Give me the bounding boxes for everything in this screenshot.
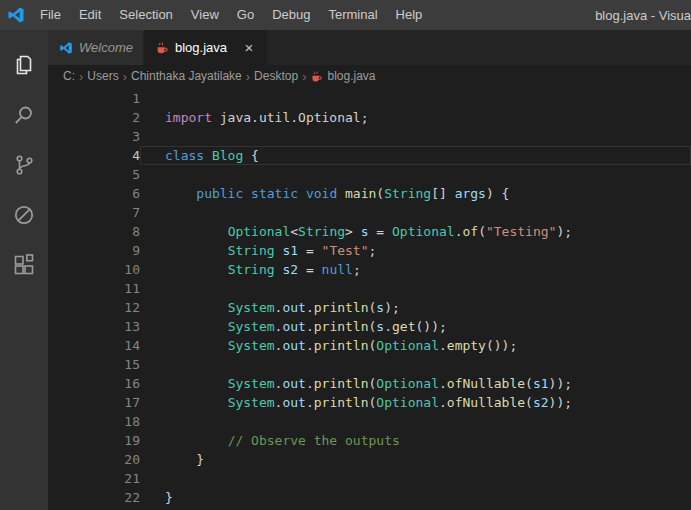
breadcrumb-separator: › bbox=[242, 69, 254, 84]
code-line-9[interactable]: 9 String s1 = "Test"; bbox=[48, 241, 691, 260]
breadcrumb-item-users[interactable]: Users bbox=[87, 69, 118, 83]
line-number: 22 bbox=[48, 488, 140, 507]
menu-edit[interactable]: Edit bbox=[70, 0, 110, 30]
code-content: // Observe the outputs bbox=[140, 431, 691, 450]
activity-search[interactable] bbox=[0, 90, 48, 140]
code-line-15[interactable]: 15 bbox=[48, 355, 691, 374]
menu-debug[interactable]: Debug bbox=[263, 0, 319, 30]
code-content: import java.util.Optional; bbox=[140, 108, 691, 127]
code-line-18[interactable]: 18 bbox=[48, 412, 691, 431]
menu-file[interactable]: File bbox=[31, 0, 70, 30]
code-line-1[interactable]: 1 bbox=[48, 89, 691, 108]
vscode-logo-icon bbox=[7, 6, 25, 24]
breadcrumb-label: C: bbox=[63, 69, 75, 83]
code-editor[interactable]: 12import java.util.Optional;34class Blog… bbox=[48, 87, 691, 510]
code-content: System.out.println(s); bbox=[140, 298, 691, 317]
line-number: 13 bbox=[48, 317, 140, 336]
close-icon[interactable]: × bbox=[241, 40, 257, 55]
vscode-logo-icon bbox=[59, 41, 73, 55]
breadcrumb-item-desktop[interactable]: Desktop bbox=[254, 69, 298, 83]
breadcrumb-separator: › bbox=[298, 69, 310, 84]
code-content: String s2 = null; bbox=[140, 260, 691, 279]
code-content bbox=[140, 412, 691, 431]
code-line-4[interactable]: 4class Blog { bbox=[48, 146, 691, 165]
activity-explorer[interactable] bbox=[0, 40, 48, 90]
tab-welcome[interactable]: Welcome bbox=[48, 30, 144, 65]
extensions-icon bbox=[12, 253, 36, 277]
code-line-8[interactable]: 8 Optional<String> s = Optional.of("Test… bbox=[48, 222, 691, 241]
breadcrumb-separator: › bbox=[75, 69, 87, 84]
breadcrumb-label: Chinthaka Jayatilake bbox=[131, 69, 242, 83]
menu-bar: FileEditSelectionViewGoDebugTerminalHelp bbox=[31, 0, 431, 30]
code-line-7[interactable]: 7 bbox=[48, 203, 691, 222]
code-content bbox=[140, 355, 691, 374]
editor-group: Welcomeblog.java× C:›Users›Chinthaka Jay… bbox=[48, 30, 691, 510]
code-line-20[interactable]: 20 } bbox=[48, 450, 691, 469]
code-content: } bbox=[140, 450, 691, 469]
java-file-icon bbox=[155, 41, 169, 55]
code-line-6[interactable]: 6 public static void main(String[] args)… bbox=[48, 184, 691, 203]
line-number: 9 bbox=[48, 241, 140, 260]
line-number: 10 bbox=[48, 260, 140, 279]
code-content bbox=[140, 127, 691, 146]
code-content: System.out.println(Optional.ofNullable(s… bbox=[140, 374, 691, 393]
line-number: 4 bbox=[48, 146, 140, 165]
source-control-icon bbox=[12, 153, 36, 177]
line-number: 14 bbox=[48, 336, 140, 355]
code-content bbox=[140, 203, 691, 222]
code-content: System.out.println(Optional.empty()); bbox=[140, 336, 691, 355]
tab-blog-java[interactable]: blog.java× bbox=[144, 30, 268, 65]
code-line-21[interactable]: 21 bbox=[48, 469, 691, 488]
line-number: 19 bbox=[48, 431, 140, 450]
line-number: 5 bbox=[48, 165, 140, 184]
code-content: } bbox=[140, 488, 691, 507]
menu-go[interactable]: Go bbox=[228, 0, 263, 30]
code-line-17[interactable]: 17 System.out.println(Optional.ofNullabl… bbox=[48, 393, 691, 412]
activity-source-control[interactable] bbox=[0, 140, 48, 190]
line-number: 7 bbox=[48, 203, 140, 222]
menu-terminal[interactable]: Terminal bbox=[319, 0, 386, 30]
breadcrumb-item-c[interactable]: C: bbox=[63, 69, 75, 83]
line-number: 12 bbox=[48, 298, 140, 317]
code-line-16[interactable]: 16 System.out.println(Optional.ofNullabl… bbox=[48, 374, 691, 393]
window-title: blog.java - Visua bbox=[595, 8, 691, 23]
line-number: 1 bbox=[48, 89, 140, 108]
java-file-icon bbox=[310, 70, 323, 83]
menu-selection[interactable]: Selection bbox=[110, 0, 181, 30]
code-line-3[interactable]: 3 bbox=[48, 127, 691, 146]
code-line-14[interactable]: 14 System.out.println(Optional.empty()); bbox=[48, 336, 691, 355]
code-content bbox=[140, 89, 691, 108]
code-line-2[interactable]: 2import java.util.Optional; bbox=[48, 108, 691, 127]
code-line-10[interactable]: 10 String s2 = null; bbox=[48, 260, 691, 279]
line-number: 11 bbox=[48, 279, 140, 298]
search-icon bbox=[12, 103, 36, 127]
code-line-19[interactable]: 19 // Observe the outputs bbox=[48, 431, 691, 450]
code-content: System.out.println(s.get()); bbox=[140, 317, 691, 336]
code-line-5[interactable]: 5 bbox=[48, 165, 691, 184]
code-line-22[interactable]: 22} bbox=[48, 488, 691, 507]
activity-debug[interactable] bbox=[0, 190, 48, 240]
line-number: 21 bbox=[48, 469, 140, 488]
activity-extensions[interactable] bbox=[0, 240, 48, 290]
workbench: Welcomeblog.java× C:›Users›Chinthaka Jay… bbox=[0, 30, 691, 510]
files-icon bbox=[12, 53, 36, 77]
breadcrumb-label: Desktop bbox=[254, 69, 298, 83]
code-content bbox=[140, 165, 691, 184]
title-bar: FileEditSelectionViewGoDebugTerminalHelp… bbox=[0, 0, 691, 30]
code-line-11[interactable]: 11 bbox=[48, 279, 691, 298]
menu-view[interactable]: View bbox=[182, 0, 228, 30]
code-line-12[interactable]: 12 System.out.println(s); bbox=[48, 298, 691, 317]
line-number: 18 bbox=[48, 412, 140, 431]
code-line-13[interactable]: 13 System.out.println(s.get()); bbox=[48, 317, 691, 336]
code-content: String s1 = "Test"; bbox=[140, 241, 691, 260]
tab-label: Welcome bbox=[79, 40, 133, 55]
menu-help[interactable]: Help bbox=[387, 0, 432, 30]
line-number: 2 bbox=[48, 108, 140, 127]
code-content bbox=[140, 279, 691, 298]
breadcrumb-item-blog-java[interactable]: blog.java bbox=[310, 69, 375, 83]
activity-bar bbox=[0, 30, 48, 510]
code-content: System.out.println(Optional.ofNullable(s… bbox=[140, 393, 691, 412]
breadcrumb-item-chinthaka-jayatilake[interactable]: Chinthaka Jayatilake bbox=[131, 69, 242, 83]
code-content: class Blog { bbox=[140, 146, 691, 165]
breadcrumb-label: Users bbox=[87, 69, 118, 83]
